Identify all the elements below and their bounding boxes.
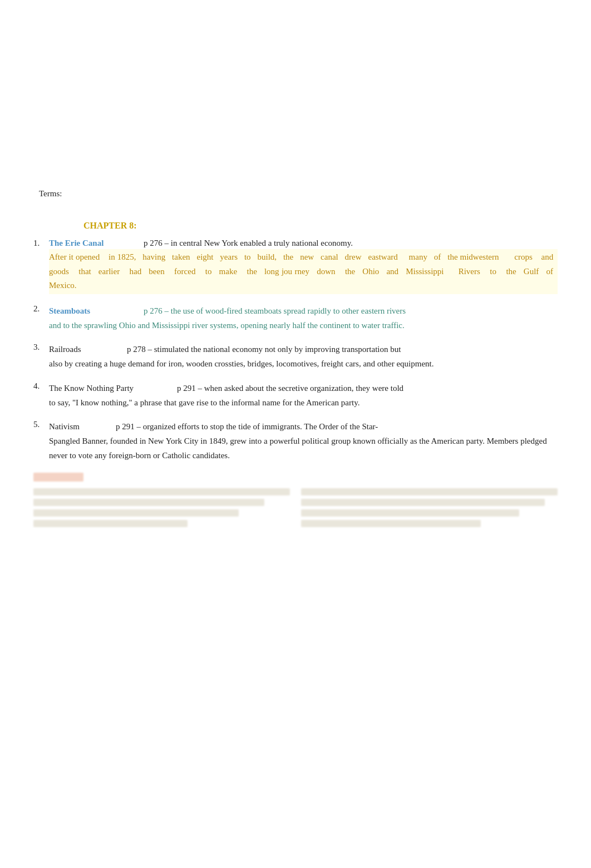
item-number: 4. [33, 381, 49, 391]
term-name: The Erie Canal [49, 239, 138, 248]
term-page-ref: p 291 – organized efforts to stop the ti… [116, 420, 378, 433]
erie-description: After it opened in 1825, having taken ei… [49, 249, 558, 294]
term-line: Railroads p 278 – stimulated the nationa… [49, 343, 558, 356]
term-page-ref: p 276 – in central New York enabled a tr… [144, 239, 353, 248]
nativism-description: Spangled Banner, founded in New York Cit… [49, 434, 558, 463]
list-item: 1. The Erie Canal p 276 – in central New… [33, 239, 558, 294]
railroads-description: also by creating a huge demand for iron,… [49, 357, 558, 371]
blurred-line [33, 509, 239, 517]
term-line: Steamboats p 276 – the use of wood-fired… [49, 304, 558, 318]
term-page-ref: p 291 – when asked about the secretive o… [177, 381, 403, 395]
term-name: Nativism [49, 422, 110, 431]
blurred-line [33, 488, 290, 495]
list-item: 4. The Know Nothing Party p 291 – when a… [33, 381, 558, 410]
term-name: The Know Nothing Party [49, 384, 171, 393]
item-content: Steamboats p 276 – the use of wood-fired… [49, 304, 558, 333]
blurred-line [301, 488, 558, 495]
term-line: The Erie Canal p 276 – in central New Yo… [49, 239, 558, 248]
item-number: 1. [33, 239, 49, 248]
terms-label: Terms: [39, 189, 558, 199]
item-number: 3. [33, 343, 49, 352]
page: Terms: CHAPTER 8: 1. The Erie Canal p 27… [0, 0, 591, 868]
blurred-line [301, 509, 519, 517]
blurred-line [301, 499, 545, 506]
item-content: Railroads p 278 – stimulated the nationa… [49, 343, 558, 371]
item-content: The Erie Canal p 276 – in central New Yo… [49, 239, 558, 294]
term-name: Steamboats [49, 306, 138, 316]
blurred-title-bar [33, 473, 83, 482]
list-item: 2. Steamboats p 276 – the use of wood-fi… [33, 304, 558, 333]
term-page-ref: p 278 – stimulated the national economy … [127, 343, 401, 356]
item-number: 2. [33, 304, 49, 314]
blurred-line [33, 499, 264, 506]
steamboats-description: and to the sprawling Ohio and Mississipp… [49, 319, 558, 333]
terms-list: 1. The Erie Canal p 276 – in central New… [33, 239, 558, 463]
blurred-line [33, 520, 188, 527]
blurred-footer-section [33, 473, 558, 530]
term-page-ref: p 276 – the use of wood-fired steamboats… [144, 304, 406, 318]
blurred-line [301, 520, 481, 527]
term-line: The Know Nothing Party p 291 – when aske… [49, 381, 558, 395]
term-line: Nativism p 291 – organized efforts to st… [49, 420, 558, 433]
list-item: 5. Nativism p 291 – organized efforts to… [33, 420, 558, 463]
item-content: Nativism p 291 – organized efforts to st… [49, 420, 558, 463]
knownothing-description: to say, "I know nothing," a phrase that … [49, 396, 558, 410]
item-number: 5. [33, 420, 49, 429]
item-content: The Know Nothing Party p 291 – when aske… [49, 381, 558, 410]
top-blank-space [33, 33, 558, 189]
list-item: 3. Railroads p 278 – stimulated the nati… [33, 343, 558, 371]
term-name: Railroads [49, 345, 121, 354]
chapter-title: CHAPTER 8: [83, 221, 558, 231]
